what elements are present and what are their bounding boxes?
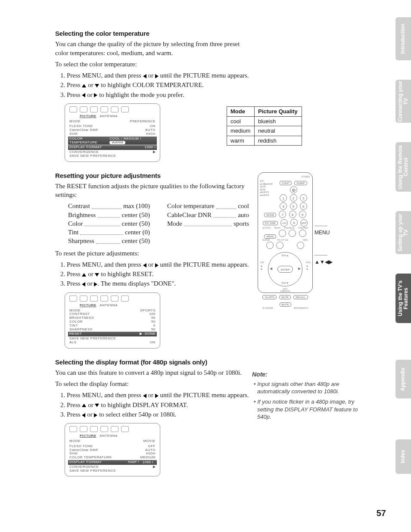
- arrow-right-icon: [155, 74, 159, 78]
- tab-introduction[interactable]: Introduction: [395, 17, 411, 60]
- num-5: 5: [290, 202, 297, 210]
- note-box: Note: Input signals other than 480p are …: [252, 370, 371, 423]
- tab-features-active[interactable]: Using the TV's Features: [395, 274, 411, 323]
- page-number: 57: [377, 507, 386, 519]
- heading-display-format: Selecting the display format (for 480p s…: [55, 358, 249, 367]
- picsize-button: PIC SIZE: [263, 221, 278, 225]
- osd-screenshot-3: PICTURE ANTENNA MODEMOVIE FLESH TONEOFF …: [65, 423, 160, 476]
- ent-button: ENT: [300, 219, 308, 227]
- arrow-down-icon: [95, 273, 99, 277]
- note-item: If you notice flicker in a 480p image, t…: [257, 398, 371, 421]
- num-4: 4: [280, 202, 287, 210]
- section-display-format: Selecting the display format (for 480p s…: [55, 358, 249, 477]
- num-2: 2: [290, 194, 297, 202]
- lead-text: To select the display format:: [55, 380, 249, 388]
- step-3: 3. Press or to select either 540p or 108…: [68, 410, 249, 419]
- th-quality: Picture Quality: [254, 107, 302, 117]
- tab-index[interactable]: Index: [395, 439, 411, 474]
- enter-button: ENTER: [277, 266, 293, 273]
- note-item: Input signals other than 480p are automa…: [257, 380, 371, 395]
- arrow-left-icon: [143, 263, 146, 268]
- tab-remote-control[interactable]: Using the Remote Control: [395, 142, 411, 192]
- callout-menu: MENU: [314, 222, 330, 236]
- osd-highlighted-row: RESET▶ DONE: [68, 332, 157, 336]
- note-heading: Note:: [252, 370, 371, 379]
- remote-illustration: POWER ●TV ●CABLE/SAT ●VCR ●DVD ●AUDIO1 ●…: [258, 172, 327, 293]
- arrow-up-icon: [82, 404, 86, 407]
- arrow-up-icon: [82, 273, 86, 277]
- lead-text: To select the color temperature:: [55, 60, 249, 68]
- source-list: ●TV ●CABLE/SAT ●VCR ●DVD ●AUDIO1 ●AUDIO2: [260, 180, 273, 196]
- step-1: 1. Press MENU, and then press or until t…: [68, 391, 249, 399]
- light-button: LIGHT: [280, 181, 292, 185]
- tab-connecting[interactable]: Connecting your TV: [395, 80, 411, 123]
- step-1: 1. Press MENU, and then press or until t…: [68, 260, 249, 269]
- num-6: 6: [300, 202, 307, 210]
- step-2: 2. Press or to highlight RESET.: [68, 270, 249, 278]
- intro-text: The RESET function adjusts the picture q…: [55, 182, 249, 199]
- dpad: ENTER FAV▲ FAV▼ ◀ ▶ CH▲▼ VOL▲▼: [268, 252, 302, 286]
- osd-tab-icons: [69, 106, 156, 112]
- tab-appendix[interactable]: Appendix: [395, 360, 411, 398]
- step-2: 2. Press or to highlight DISPLAY FORMAT.: [68, 401, 249, 409]
- step-2: 2. Press or to highlight COLOR TEMPERATU…: [68, 81, 249, 89]
- fav-up: FAV▲: [268, 254, 302, 257]
- arrow-right-icon: [155, 263, 159, 268]
- power-button: ⏻: [290, 186, 297, 193]
- step-3: 3. Press or . The menu displays "DONE".: [68, 279, 249, 288]
- steps-list: 1. Press MENU, and then press or until t…: [55, 260, 249, 288]
- tab-setting-up[interactable]: Setting up your TV: [395, 211, 411, 254]
- fav-down: FAV▼: [268, 281, 302, 285]
- steps-list: 1. Press MENU, and then press or until t…: [55, 71, 249, 99]
- num-3: 3: [300, 194, 307, 202]
- num-0: 0: [290, 219, 298, 226]
- section-reset: Resetting your picture adjustments The R…: [55, 171, 249, 348]
- mode-button: MODE: [264, 213, 276, 217]
- arrow-down-icon: [95, 404, 99, 407]
- num-7: 7: [279, 211, 286, 218]
- arrow-left-icon: [143, 394, 146, 398]
- arrow-left-icon: [143, 74, 146, 78]
- arrow-up-icon: [82, 84, 86, 87]
- chrtn-button: CH RTN: [262, 295, 277, 299]
- intro-text: You can change the quality of the pictur…: [55, 40, 249, 57]
- osd-screenshot-1: PICTURE ANTENNA MODEPREFERENCE FLESH TON…: [65, 103, 160, 162]
- lead-text: To reset the picture adjustments:: [55, 249, 249, 258]
- num-8: 8: [289, 211, 296, 218]
- section-color-temperature: Selecting the color temperature You can …: [55, 29, 249, 162]
- color-mode-table: ModePicture Quality coolblueish mediumne…: [227, 106, 302, 146]
- callout-arrows: ▲▼◀▶: [314, 252, 333, 265]
- step-1: 1. Press MENU, and then press or until t…: [68, 71, 249, 80]
- num-9: 9: [299, 211, 306, 218]
- steps-list: 1. Press MENU, and then press or until t…: [55, 391, 249, 419]
- osd-screenshot-2: PICTURE ANTENNA MODESPORTS CONTRAST100 B…: [65, 292, 160, 348]
- osd-highlighted-row: DISPLAY FORMAT540P / 1080 I: [68, 460, 157, 465]
- step-3: 3. Press or to highlight the mode you pr…: [68, 90, 249, 99]
- heading-color-temperature: Selecting the color temperature: [55, 29, 249, 38]
- sleep-button: SLEEP: [294, 181, 307, 185]
- factory-defaults: Contrastmax (100) Brightnesscenter (50) …: [55, 202, 249, 245]
- menu-button: MENU: [264, 234, 276, 239]
- chapter-tabs: Introduction Connecting your TV Using th…: [395, 9, 411, 500]
- arrow-down-icon: [95, 84, 99, 87]
- intro-text: You can use this feature to convert a 48…: [55, 368, 249, 377]
- osd-highlighted-row: COLOR TEMPERATURECOOL / MEDIUM / WARM: [68, 137, 157, 145]
- arrow-right-icon: [155, 394, 159, 398]
- num-1: 1: [280, 194, 287, 202]
- th-mode: Mode: [227, 107, 255, 117]
- power-label: POWER: [261, 175, 310, 178]
- heading-reset: Resetting your picture adjustments: [55, 171, 249, 180]
- hundred-button: +10: [280, 219, 288, 227]
